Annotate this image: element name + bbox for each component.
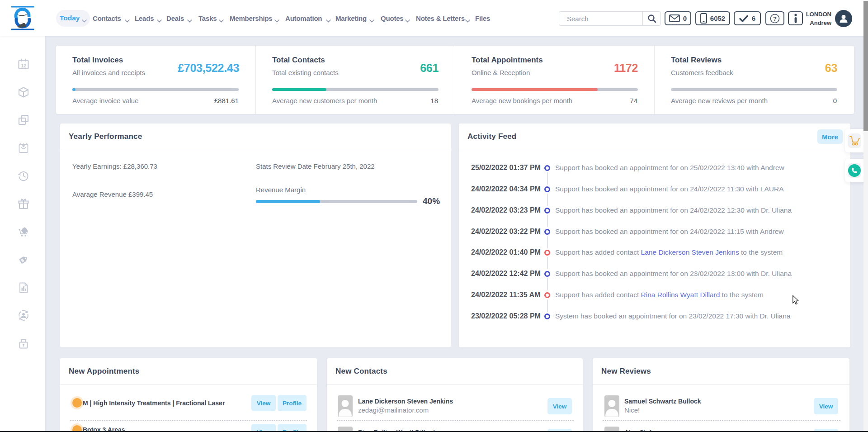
svg-text:12: 12 [21, 63, 26, 68]
svg-text:?: ? [773, 15, 777, 22]
